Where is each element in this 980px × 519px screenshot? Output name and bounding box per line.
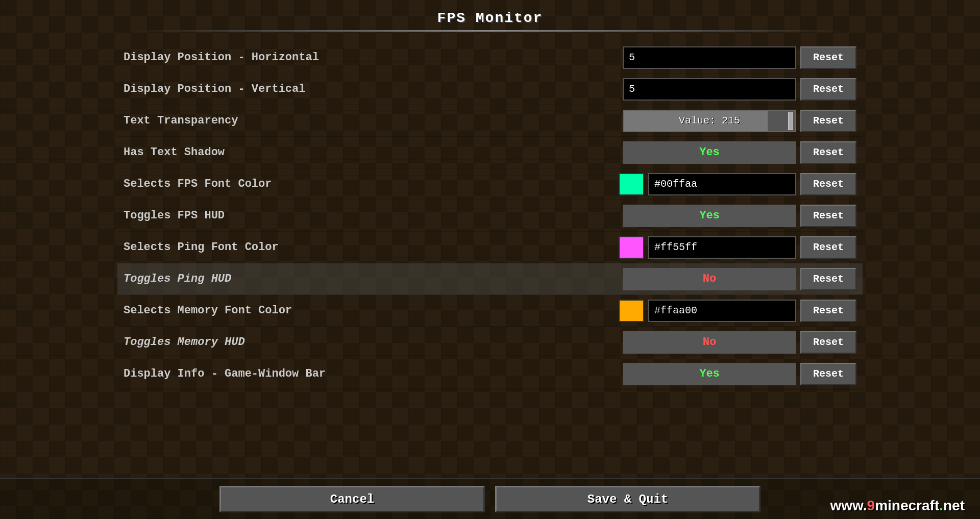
page-wrapper: FPS Monitor Display Position - Horizonta… bbox=[0, 0, 980, 519]
setting-row-display-position-vertical: Display Position - VerticalReset bbox=[117, 73, 863, 105]
reset-button-selects-memory-font-color[interactable]: Reset bbox=[800, 300, 856, 322]
setting-row-selects-fps-font-color: Selects FPS Font ColorReset bbox=[117, 168, 863, 200]
watermark-minecraft: minecraft bbox=[875, 498, 939, 514]
reset-button-toggles-ping-hud[interactable]: Reset bbox=[800, 268, 856, 290]
slider-text-transparency[interactable]: Value: 215 bbox=[623, 110, 796, 132]
setting-controls-toggles-fps-hud: YesReset bbox=[623, 205, 856, 227]
text-input-display-position-horizontal[interactable] bbox=[623, 46, 796, 69]
reset-button-display-position-vertical[interactable]: Reset bbox=[800, 78, 856, 101]
setting-label-display-position-horizontal: Display Position - Horizontal bbox=[124, 51, 623, 64]
toggle-display-info-game-window-bar[interactable]: Yes bbox=[623, 363, 796, 385]
setting-label-text-transparency: Text Transparency bbox=[124, 114, 623, 127]
save-quit-button[interactable]: Save & Quit bbox=[495, 486, 761, 512]
setting-row-toggles-memory-hud: Toggles Memory HUDNoReset bbox=[117, 327, 863, 358]
title-divider bbox=[133, 30, 847, 32]
setting-controls-selects-ping-font-color: Reset bbox=[619, 236, 856, 259]
setting-controls-display-position-horizontal: Reset bbox=[623, 46, 856, 69]
color-input-selects-fps-font-color[interactable] bbox=[648, 173, 796, 195]
color-swatch-selects-fps-font-color[interactable] bbox=[619, 173, 644, 195]
setting-row-display-info-game-window-bar: Display Info - Game-Window BarYesReset bbox=[117, 358, 863, 390]
setting-controls-selects-fps-font-color: Reset bbox=[619, 173, 856, 195]
setting-controls-display-position-vertical: Reset bbox=[623, 78, 856, 101]
watermark: www.9minecraft.net bbox=[830, 498, 965, 514]
setting-row-toggles-fps-hud: Toggles FPS HUDYesReset bbox=[117, 200, 863, 232]
setting-label-toggles-memory-hud: Toggles Memory HUD bbox=[124, 336, 623, 349]
setting-controls-has-text-shadow: YesReset bbox=[623, 141, 856, 164]
setting-row-selects-ping-font-color: Selects Ping Font ColorReset bbox=[117, 232, 863, 263]
cancel-button[interactable]: Cancel bbox=[219, 486, 485, 512]
color-swatch-selects-ping-font-color[interactable] bbox=[619, 236, 644, 259]
setting-label-selects-memory-font-color: Selects Memory Font Color bbox=[124, 304, 619, 317]
setting-label-toggles-ping-hud: Toggles Ping HUD bbox=[124, 273, 623, 285]
reset-button-text-transparency[interactable]: Reset bbox=[800, 110, 856, 132]
setting-row-selects-memory-font-color: Selects Memory Font ColorReset bbox=[117, 295, 863, 327]
setting-label-toggles-fps-hud: Toggles FPS HUD bbox=[124, 209, 623, 222]
setting-controls-toggles-ping-hud: NoReset bbox=[623, 268, 856, 290]
toggle-has-text-shadow[interactable]: Yes bbox=[623, 141, 796, 164]
bottom-bar: Cancel Save & Quit www.9minecraft.net bbox=[0, 478, 980, 519]
color-input-selects-memory-font-color[interactable] bbox=[648, 300, 796, 322]
reset-button-display-info-game-window-bar[interactable]: Reset bbox=[800, 363, 856, 385]
setting-controls-text-transparency: Value: 215Reset bbox=[623, 110, 856, 132]
text-input-display-position-vertical[interactable] bbox=[623, 78, 796, 101]
watermark-net: net bbox=[943, 498, 965, 514]
toggle-toggles-memory-hud[interactable]: No bbox=[623, 331, 796, 354]
color-swatch-selects-memory-font-color[interactable] bbox=[619, 300, 644, 322]
setting-label-has-text-shadow: Has Text Shadow bbox=[124, 146, 623, 159]
toggle-toggles-fps-hud[interactable]: Yes bbox=[623, 205, 796, 227]
reset-button-display-position-horizontal[interactable]: Reset bbox=[800, 46, 856, 69]
watermark-9: 9 bbox=[867, 498, 875, 514]
setting-label-display-position-vertical: Display Position - Vertical bbox=[124, 83, 623, 95]
setting-label-display-info-game-window-bar: Display Info - Game-Window Bar bbox=[124, 367, 623, 380]
page-title: FPS Monitor bbox=[437, 10, 543, 26]
setting-row-has-text-shadow: Has Text ShadowYesReset bbox=[117, 137, 863, 168]
title-area: FPS Monitor bbox=[0, 0, 980, 37]
setting-controls-selects-memory-font-color: Reset bbox=[619, 300, 856, 322]
setting-row-text-transparency: Text TransparencyValue: 215Reset bbox=[117, 105, 863, 137]
reset-button-toggles-memory-hud[interactable]: Reset bbox=[800, 331, 856, 354]
reset-button-toggles-fps-hud[interactable]: Reset bbox=[800, 205, 856, 227]
toggle-toggles-ping-hud[interactable]: No bbox=[623, 268, 796, 290]
setting-controls-toggles-memory-hud: NoReset bbox=[623, 331, 856, 354]
setting-label-selects-fps-font-color: Selects FPS Font Color bbox=[124, 178, 619, 190]
reset-button-has-text-shadow[interactable]: Reset bbox=[800, 141, 856, 164]
setting-label-selects-ping-font-color: Selects Ping Font Color bbox=[124, 241, 619, 254]
watermark-www: www. bbox=[830, 498, 867, 514]
watermark-dot: . bbox=[939, 498, 943, 514]
reset-button-selects-fps-font-color[interactable]: Reset bbox=[800, 173, 856, 195]
settings-list: Display Position - HorizontalResetDispla… bbox=[107, 37, 873, 478]
setting-controls-display-info-game-window-bar: YesReset bbox=[623, 363, 856, 385]
setting-row-toggles-ping-hud: Toggles Ping HUDNoReset bbox=[117, 263, 863, 295]
reset-button-selects-ping-font-color[interactable]: Reset bbox=[800, 236, 856, 259]
color-input-selects-ping-font-color[interactable] bbox=[648, 236, 796, 259]
setting-row-display-position-horizontal: Display Position - HorizontalReset bbox=[117, 42, 863, 73]
